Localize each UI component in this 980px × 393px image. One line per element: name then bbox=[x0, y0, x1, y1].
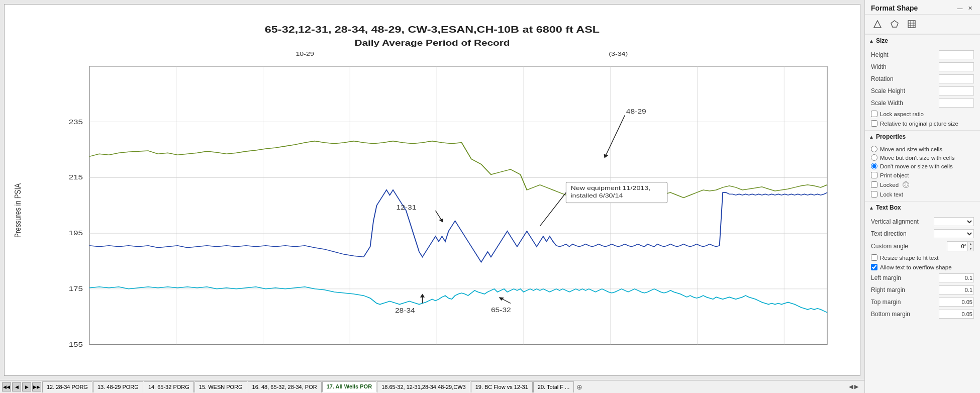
svg-marker-35 bbox=[891, 21, 898, 27]
no-move-no-size-label: Don't move or size with cells bbox=[880, 163, 953, 169]
lock-aspect-row: Lock aspect ratio bbox=[871, 109, 974, 119]
tab-3[interactable]: 15. WESN PORG bbox=[194, 381, 247, 392]
svg-text:215: 215 bbox=[69, 173, 83, 181]
move-size-cells-radio[interactable] bbox=[871, 146, 877, 152]
format-icon-pentagon[interactable] bbox=[888, 18, 901, 31]
print-object-checkbox[interactable] bbox=[871, 172, 877, 178]
tab-6[interactable]: 18.65-32, 12-31,28-34,48-29,CW3 bbox=[377, 381, 470, 392]
scale-width-input[interactable] bbox=[939, 99, 974, 108]
textbox-section-body: Vertical alignment Top Middle Bottom Tex… bbox=[865, 214, 980, 322]
panel-content: ▲ Size Height Width Rotation Scale Heigh… bbox=[865, 34, 980, 393]
tab-add-button[interactable]: ⊕ bbox=[574, 382, 584, 392]
angle-input-wrapper: ▲ ▼ bbox=[947, 241, 974, 251]
tabs-container: 12. 28-34 PORG13. 48-29 PORG14. 65-32 PO… bbox=[42, 381, 574, 392]
height-row: Height bbox=[871, 49, 974, 61]
tab-nav-prev[interactable]: ◀ bbox=[12, 382, 21, 391]
properties-section-header[interactable]: ▲ Properties bbox=[865, 130, 980, 143]
resize-shape-row: Resize shape to fit text bbox=[871, 253, 974, 262]
format-panel-title: Format Shape bbox=[871, 4, 918, 12]
tab-nav-next[interactable]: ▶ bbox=[22, 382, 31, 391]
relative-original-checkbox[interactable] bbox=[871, 120, 877, 127]
right-margin-input[interactable] bbox=[939, 285, 974, 294]
height-input[interactable] bbox=[939, 50, 974, 59]
height-label: Height bbox=[871, 51, 939, 58]
svg-text:48-29: 48-29 bbox=[626, 108, 646, 115]
tab-nav-first[interactable]: ◀◀ bbox=[2, 382, 11, 391]
print-object-label: Print object bbox=[880, 172, 909, 178]
move-size-cells-row: Move and size with cells bbox=[871, 145, 974, 153]
svg-text:65-32: 65-32 bbox=[491, 307, 511, 314]
svg-text:235: 235 bbox=[69, 118, 83, 126]
svg-text:Pressures in PSIA: Pressures in PSIA bbox=[13, 183, 23, 238]
no-move-no-size-row: Don't move or size with cells bbox=[871, 162, 974, 170]
move-no-size-radio[interactable] bbox=[871, 154, 877, 161]
size-section-header[interactable]: ▲ Size bbox=[865, 34, 980, 47]
angle-up[interactable]: ▲ bbox=[967, 242, 973, 246]
vertical-alignment-select[interactable]: Top Middle Bottom bbox=[934, 217, 974, 226]
custom-angle-row: Custom angle ▲ ▼ bbox=[871, 240, 974, 253]
format-icon-shape[interactable] bbox=[871, 18, 884, 31]
tab-5[interactable]: 17. All Wells POR bbox=[322, 381, 376, 392]
svg-text:28-34: 28-34 bbox=[395, 307, 415, 314]
panel-minimize-button[interactable]: — bbox=[956, 4, 964, 12]
lock-aspect-checkbox[interactable] bbox=[871, 111, 877, 117]
tab-1[interactable]: 13. 48-29 PORG bbox=[93, 381, 143, 392]
locked-label: Locked bbox=[880, 182, 899, 188]
move-size-cells-label: Move and size with cells bbox=[880, 146, 942, 152]
locked-info-icon[interactable]: ⓘ bbox=[903, 181, 909, 188]
lock-text-checkbox[interactable] bbox=[871, 191, 877, 198]
svg-text:(3-34): (3-34) bbox=[609, 51, 628, 57]
locked-checkbox[interactable] bbox=[871, 181, 877, 188]
move-no-size-row: Move but don't size with cells bbox=[871, 153, 974, 162]
tab-2[interactable]: 14. 65-32 PORG bbox=[144, 381, 194, 392]
width-label: Width bbox=[871, 63, 939, 70]
svg-text:195: 195 bbox=[69, 229, 83, 237]
angle-down[interactable]: ▼ bbox=[967, 246, 973, 251]
top-margin-label: Top margin bbox=[871, 299, 939, 306]
bottom-margin-label: Bottom margin bbox=[871, 311, 939, 318]
text-direction-select[interactable]: Horizontal bbox=[934, 229, 974, 238]
properties-arrow: ▲ bbox=[869, 134, 874, 140]
allow-overflow-row: Allow text to overflow shape bbox=[871, 262, 974, 272]
svg-marker-34 bbox=[874, 21, 881, 28]
tab-8[interactable]: 20. Total F ... bbox=[533, 381, 574, 392]
format-icon-table[interactable] bbox=[905, 18, 918, 31]
width-input[interactable] bbox=[939, 62, 974, 71]
left-margin-row: Left margin bbox=[871, 272, 974, 284]
rotation-input[interactable] bbox=[939, 74, 974, 83]
rotation-label: Rotation bbox=[871, 75, 939, 82]
relative-original-row: Relative to original picture size bbox=[871, 119, 974, 128]
scale-width-row: Scale Width bbox=[871, 97, 974, 109]
properties-section-label: Properties bbox=[876, 133, 906, 140]
svg-text:installed 6/30/14: installed 6/30/14 bbox=[570, 192, 623, 199]
scroll-indicator: ◀ ▶ bbox=[849, 383, 858, 390]
right-margin-label: Right margin bbox=[871, 286, 939, 293]
text-direction-label: Text direction bbox=[871, 230, 934, 237]
panel-close-button[interactable]: ✕ bbox=[966, 4, 974, 12]
angle-input[interactable] bbox=[947, 242, 967, 251]
tab-nav-last[interactable]: ▶▶ bbox=[32, 382, 41, 391]
left-margin-label: Left margin bbox=[871, 274, 939, 281]
left-margin-input[interactable] bbox=[939, 273, 974, 282]
allow-overflow-checkbox[interactable] bbox=[871, 264, 877, 270]
textbox-section-label: Text Box bbox=[876, 204, 901, 211]
format-panel-header: Format Shape — ✕ bbox=[865, 0, 980, 15]
textbox-section-header[interactable]: ▲ Text Box bbox=[865, 201, 980, 214]
svg-text:175: 175 bbox=[69, 285, 83, 292]
no-move-no-size-radio[interactable] bbox=[871, 163, 877, 169]
scale-width-label: Scale Width bbox=[871, 100, 939, 107]
tab-0[interactable]: 12. 28-34 PORG bbox=[42, 381, 92, 392]
tab-4[interactable]: 16. 48, 65-32, 28-34, POR bbox=[248, 381, 322, 392]
tab-7[interactable]: 19. BC Flow vs 12-31 bbox=[471, 381, 533, 392]
rotation-row: Rotation bbox=[871, 73, 974, 85]
chart-title-1: 65-32,12-31, 28-34, 48-29, CW-3,ESAN,CH-… bbox=[265, 25, 600, 35]
scale-height-input[interactable] bbox=[939, 86, 974, 95]
svg-text:12-31: 12-31 bbox=[397, 204, 417, 211]
scale-height-label: Scale Height bbox=[871, 87, 939, 94]
resize-shape-checkbox[interactable] bbox=[871, 254, 877, 261]
top-margin-input[interactable] bbox=[939, 298, 974, 307]
format-panel: Format Shape — ✕ bbox=[864, 0, 980, 393]
vertical-alignment-row: Vertical alignment Top Middle Bottom bbox=[871, 216, 974, 228]
top-margin-row: Top margin bbox=[871, 296, 974, 308]
bottom-margin-input[interactable] bbox=[939, 310, 974, 319]
